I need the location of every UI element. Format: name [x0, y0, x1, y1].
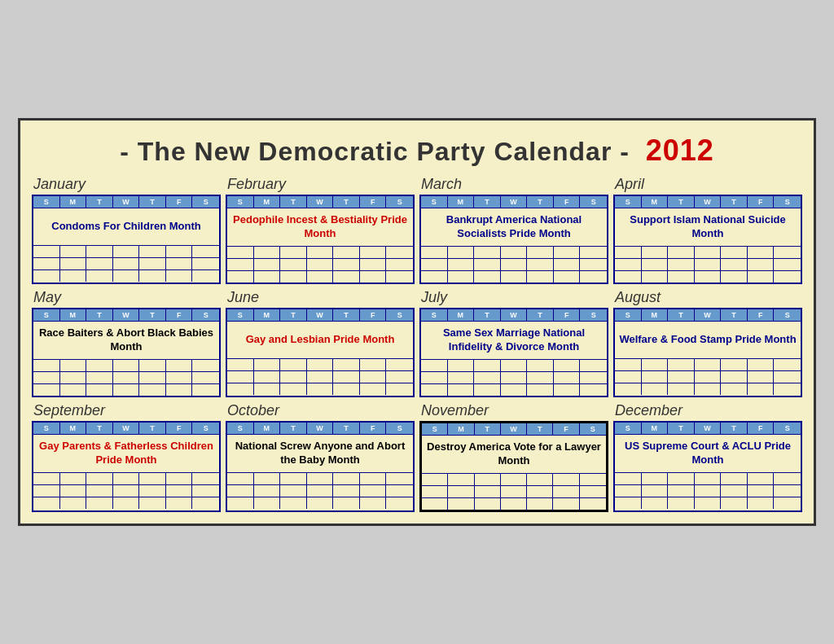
day-cell: [113, 485, 140, 497]
day-header: W: [113, 423, 140, 434]
day-cell: [748, 473, 775, 484]
day-cell: [448, 372, 475, 383]
day-row: [615, 258, 801, 270]
day-cell: [642, 473, 669, 484]
day-cell: [474, 360, 501, 371]
day-cell: [360, 371, 387, 383]
day-rows: [33, 245, 219, 282]
day-cell: [474, 372, 501, 383]
day-row: [227, 472, 413, 484]
day-header: S: [192, 196, 219, 208]
day-row: [422, 497, 606, 510]
months-grid: JanuarySMTWTFSCondoms For Children Month…: [32, 176, 802, 511]
title-suffix: -: [620, 137, 630, 166]
day-cell: [307, 271, 334, 283]
day-cell: [475, 474, 501, 485]
day-cell: [254, 247, 281, 258]
day-cell: [695, 259, 722, 270]
day-header: T: [86, 196, 113, 208]
day-cell: [421, 360, 448, 371]
day-header: T: [139, 309, 166, 321]
month-calendar-may: SMTWTFSRace Baiters & Abort Black Babies…: [32, 308, 221, 397]
day-cell: [360, 383, 387, 395]
day-cell: [501, 474, 527, 485]
day-cell: [60, 384, 87, 396]
day-row: [227, 484, 413, 497]
day-cell: [86, 258, 113, 269]
day-cell: [166, 258, 193, 269]
day-headers: SMTWTFS: [421, 309, 607, 322]
month-block-february: FebruarySMTWTFSPedophile Incest & Bestia…: [226, 176, 415, 284]
month-calendar-february: SMTWTFSPedophile Incest & Bestiality Pri…: [226, 195, 415, 284]
day-header: F: [554, 309, 581, 321]
day-cell: [386, 473, 413, 484]
day-cell: [774, 371, 801, 383]
day-cell: [642, 371, 669, 383]
day-cell: [475, 498, 501, 510]
day-rows: [615, 358, 801, 395]
day-cell: [554, 360, 581, 371]
day-cell: [774, 271, 801, 283]
day-headers: SMTWTFS: [33, 309, 219, 322]
day-cell: [280, 497, 307, 509]
day-cell: [527, 360, 554, 371]
day-cell: [695, 371, 722, 383]
month-block-april: AprilSMTWTFSSupport Islam National Suici…: [613, 176, 802, 284]
day-header: S: [386, 309, 413, 321]
day-cell: [113, 258, 140, 269]
month-name-november: November: [419, 402, 608, 419]
day-cell: [113, 270, 140, 282]
day-cell: [748, 497, 775, 509]
day-cell: [33, 485, 60, 497]
day-cell: [280, 383, 307, 395]
day-header: T: [668, 196, 695, 208]
day-header: T: [280, 309, 307, 321]
day-cell: [580, 372, 607, 383]
day-cell: [527, 486, 553, 497]
day-row: [615, 370, 801, 383]
day-headers: SMTWTFS: [615, 423, 801, 435]
day-row: [227, 383, 413, 395]
day-header: S: [615, 423, 642, 434]
day-cell: [448, 259, 475, 270]
day-header: T: [527, 309, 554, 321]
day-cell: [113, 372, 140, 383]
month-content: Gay and Lesbian Pride Month: [227, 322, 413, 395]
day-cell: [615, 497, 642, 509]
day-cell: [386, 247, 413, 258]
title-prefix: -: [120, 137, 138, 166]
day-cell: [642, 259, 669, 270]
day-cell: [668, 271, 695, 283]
day-row: [421, 359, 607, 371]
day-cell: [748, 247, 775, 258]
day-cell: [774, 473, 801, 484]
day-headers: SMTWTFS: [227, 196, 413, 208]
month-calendar-august: SMTWTFSWelfare & Food Stamp Pride Month: [613, 308, 802, 397]
day-cell: [615, 371, 642, 383]
day-cell: [86, 473, 113, 484]
day-cell: [748, 359, 775, 370]
day-cell: [615, 259, 642, 270]
day-cell: [527, 384, 554, 396]
day-header: M: [448, 309, 475, 321]
day-header: S: [227, 196, 254, 208]
day-row: [33, 497, 219, 509]
day-headers: SMTWTFS: [227, 309, 413, 322]
day-cell: [721, 247, 748, 258]
day-cell: [695, 271, 722, 283]
day-cell: [642, 271, 669, 283]
day-cell: [615, 247, 642, 258]
day-cell: [553, 474, 579, 485]
day-cell: [139, 258, 166, 269]
day-cell: [254, 497, 281, 509]
day-cell: [139, 497, 166, 509]
day-cell: [254, 473, 281, 484]
day-cell: [448, 486, 474, 497]
day-cell: [254, 359, 281, 370]
day-cell: [695, 247, 722, 258]
day-cell: [227, 497, 254, 509]
day-header: T: [721, 196, 748, 208]
day-cell: [333, 383, 360, 395]
day-header: M: [254, 423, 281, 434]
day-cell: [254, 271, 281, 283]
